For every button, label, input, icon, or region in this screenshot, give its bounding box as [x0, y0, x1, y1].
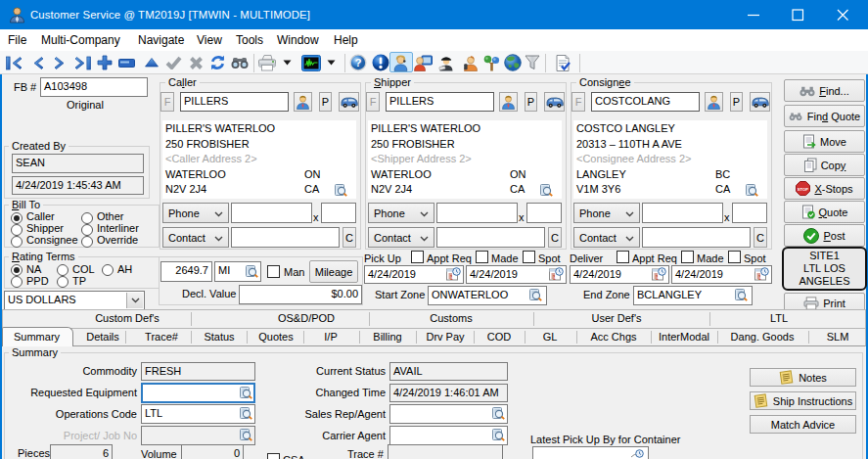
svg-text:1: 1	[758, 274, 762, 281]
svg-text:1: 1	[656, 274, 660, 281]
svg-text:STOP: STOP	[798, 187, 809, 192]
svg-text:1: 1	[553, 274, 557, 281]
svg-text:?: ?	[355, 57, 362, 69]
svg-text:1: 1	[450, 274, 454, 281]
